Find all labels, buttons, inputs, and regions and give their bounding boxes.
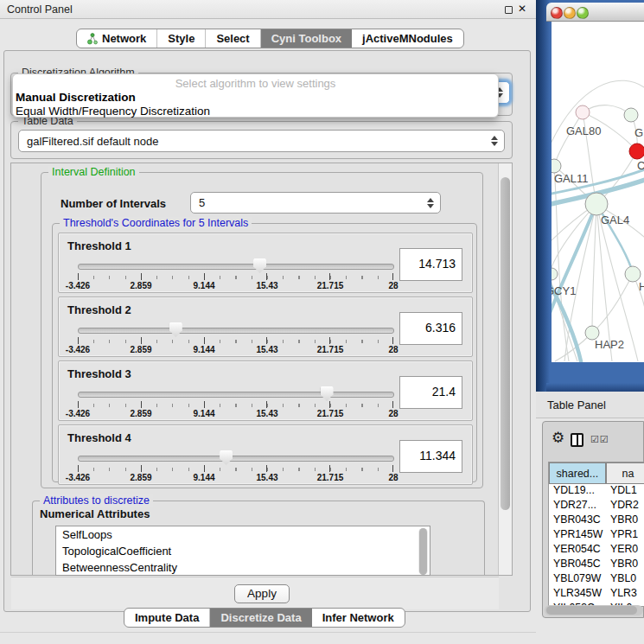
- network-window-titlebar[interactable]: [546, 3, 644, 22]
- threshold-3-panel: Threshold 3 -3.426 2.859 9.144 15.43 21.…: [58, 360, 473, 421]
- column-header-shared-name[interactable]: shared...: [549, 462, 606, 484]
- apply-strip: Apply: [11, 577, 499, 609]
- node-label-partial-c: C: [637, 159, 644, 172]
- column-header-name[interactable]: na: [606, 462, 644, 484]
- threshold-4-slider[interactable]: [78, 450, 392, 463]
- slider-handle[interactable]: [169, 322, 182, 337]
- zoom-traffic-light-icon[interactable]: [577, 7, 589, 19]
- table-row[interactable]: YDL19...YDL1: [549, 484, 644, 499]
- node-gal11[interactable]: [552, 159, 561, 173]
- node-gal80[interactable]: [576, 105, 590, 119]
- apply-button[interactable]: Apply: [234, 584, 290, 603]
- slider-tick-marks: [78, 465, 393, 473]
- table-row[interactable]: YER054CYER0: [549, 543, 644, 558]
- table-scrollbar-thumb[interactable]: [546, 606, 637, 615]
- slider-tick-marks: [78, 337, 393, 345]
- threshold-1-panel: Threshold 1 -3.426 2.859 9.144 15.43 21.…: [58, 233, 473, 293]
- threshold-2-label: Threshold 2: [67, 303, 131, 316]
- number-of-intervals-value: 5: [199, 196, 205, 209]
- threshold-2-panel: Threshold 2 -3.426 2.859 9.144 15.43 21.…: [58, 296, 473, 357]
- network-canvas[interactable]: GAL80 G C GAL11 GAL4 GCY1 H HAP2: [552, 22, 644, 362]
- control-panel-titlebar: Control Panel ✕: [0, 0, 536, 19]
- table-row[interactable]: YBR043CYBR0: [549, 513, 644, 528]
- slider-track[interactable]: [78, 264, 394, 270]
- window-bottom-divider: [0, 632, 536, 633]
- thresholds-group-title: Threshold's Coordinates for 5 Intervals: [60, 217, 252, 229]
- list-item[interactable]: SelfLoops: [56, 526, 430, 543]
- list-scrollbar-thumb[interactable]: [419, 528, 427, 575]
- table-horizontal-scrollbar[interactable]: [545, 605, 643, 615]
- table-row[interactable]: YLR345WYLR3: [549, 587, 644, 602]
- slider-handle[interactable]: [220, 450, 233, 465]
- dropdown-option-equal-width[interactable]: Equal Width/Frequency Discretization: [13, 104, 498, 118]
- tab-style[interactable]: Style: [157, 29, 206, 48]
- threshold-3-slider[interactable]: [78, 386, 392, 399]
- threshold-3-value-field[interactable]: 21.4: [399, 376, 462, 409]
- slider-track[interactable]: [78, 328, 394, 334]
- list-item[interactable]: TopologicalCoefficient: [56, 543, 430, 559]
- table-data-value: galFiltered.sif default node: [27, 135, 158, 148]
- settings-scrollbar-thumb[interactable]: [501, 177, 510, 510]
- tab-impute-data[interactable]: Impute Data: [124, 609, 210, 627]
- slider-handle[interactable]: [253, 258, 266, 273]
- table-header-row: shared... na: [549, 462, 644, 484]
- node-label-gal80: GAL80: [566, 124, 601, 137]
- attributes-group: Attributes to discretize Numerical Attri…: [32, 501, 485, 575]
- column-checkboxes-icon[interactable]: ☑☑: [590, 434, 609, 445]
- split-columns-icon[interactable]: [571, 433, 583, 447]
- node-red-selected[interactable]: [629, 143, 644, 159]
- table-row[interactable]: YPR145WYPR1: [549, 528, 644, 543]
- tab-infer-network[interactable]: Infer Network: [312, 609, 405, 627]
- threshold-4-panel: Threshold 4 -3.426 2.859 9.144 15.43 21.…: [58, 424, 473, 485]
- node-gal4[interactable]: [585, 193, 608, 215]
- table-row[interactable]: YBR045CYBR0: [549, 558, 644, 572]
- interval-definition-group: Interval Definition Number of Intervals …: [41, 172, 483, 488]
- list-scrollbar[interactable]: [418, 528, 428, 575]
- node-unlabeled[interactable]: [624, 108, 638, 122]
- threshold-2-value-field[interactable]: 6.316: [399, 312, 462, 345]
- close-icon[interactable]: ✕: [518, 3, 526, 15]
- slider-track[interactable]: [78, 456, 394, 462]
- node-label-hap2: HAP2: [595, 338, 624, 351]
- dropdown-placeholder-option[interactable]: Select algorithm to view settings: [13, 74, 498, 90]
- table-row[interactable]: YDR27...YDR2: [549, 499, 644, 513]
- list-item[interactable]: BetweennessCentrality: [56, 559, 430, 576]
- slider-track[interactable]: [78, 392, 394, 398]
- dropdown-option-manual[interactable]: Manual Discretization: [13, 90, 498, 104]
- number-of-intervals-combobox[interactable]: 5: [190, 192, 441, 214]
- tab-cyni-toolbox[interactable]: Cyni Toolbox: [261, 29, 352, 48]
- numerical-attributes-list[interactable]: SelfLoops TopologicalCoefficient Between…: [55, 526, 430, 576]
- slider-tick-labels: -3.426 2.859 9.144 15.43 21.715 28: [78, 281, 393, 290]
- table-row[interactable]: YBL079WYBL0: [549, 572, 644, 587]
- tab-network[interactable]: Network: [77, 29, 157, 48]
- node-label-gal11: GAL11: [554, 172, 589, 185]
- network-icon: [87, 33, 98, 45]
- thresholds-group: Threshold's Coordinates for 5 Intervals …: [52, 223, 477, 482]
- close-traffic-light-icon[interactable]: [551, 7, 563, 19]
- gear-icon[interactable]: ⚙: [552, 430, 564, 445]
- float-window-icon[interactable]: [505, 6, 513, 14]
- table-data-combobox[interactable]: galFiltered.sif default node: [18, 130, 505, 152]
- settings-scrollbar[interactable]: [498, 163, 512, 575]
- node-table: shared... na YDL19...YDL1 YDR27...YDR2 Y…: [548, 462, 644, 607]
- tab-jactivemnodules[interactable]: jActiveMNodules: [352, 29, 463, 48]
- combobox-stepper-icon[interactable]: [491, 136, 498, 146]
- interval-definition-title: Interval Definition: [48, 166, 139, 178]
- slider-tick-marks: [78, 273, 393, 281]
- tab-network-label: Network: [102, 32, 146, 45]
- table-panel-header: Table Panel: [536, 392, 644, 418]
- threshold-4-label: Threshold 4: [67, 431, 131, 444]
- tab-discretize-data[interactable]: Discretize Data: [210, 609, 311, 627]
- threshold-1-slider[interactable]: [78, 258, 392, 271]
- combobox-stepper-icon[interactable]: [427, 198, 434, 208]
- threshold-4-value-field[interactable]: 11.344: [399, 440, 462, 473]
- slider-handle[interactable]: [321, 386, 334, 401]
- table-panel-title: Table Panel: [547, 399, 606, 411]
- node-gcy1[interactable]: [552, 268, 558, 280]
- slider-tick-labels: -3.426 2.859 9.144 15.43 21.715 28: [78, 473, 393, 482]
- node-label-gcy1: GCY1: [552, 284, 576, 297]
- threshold-2-slider[interactable]: [78, 322, 392, 335]
- minimize-traffic-light-icon[interactable]: [564, 7, 576, 19]
- tab-select[interactable]: Select: [206, 29, 260, 48]
- threshold-1-value-field[interactable]: 14.713: [399, 248, 462, 281]
